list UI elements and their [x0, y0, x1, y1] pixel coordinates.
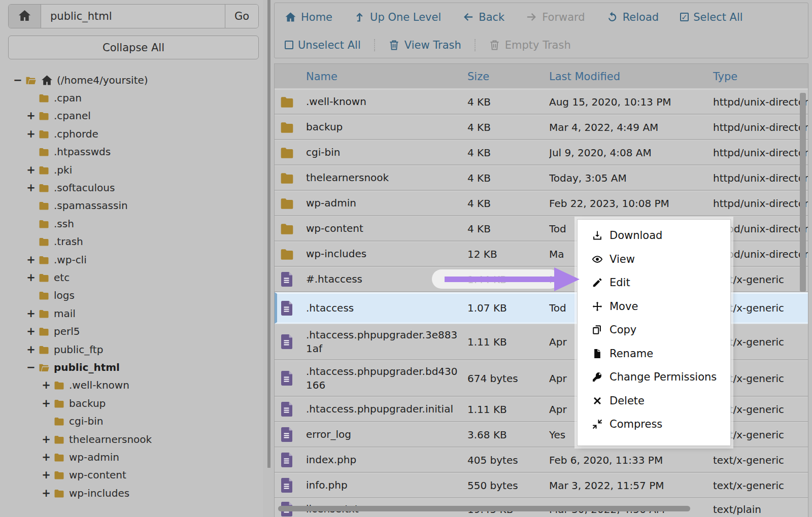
tree-item-.softaculous[interactable]: +.softaculous — [0, 179, 263, 196]
view-trash-button[interactable]: View Trash — [374, 39, 461, 51]
expand-icon[interactable]: + — [25, 254, 37, 266]
checkbox-checked-icon: ✓ — [680, 13, 689, 21]
home-button[interactable]: Home — [285, 11, 332, 23]
unselect-all-button[interactable]: Unselect All — [285, 39, 361, 51]
table-row-cgi-bin[interactable]: cgi-bin4 KBJul 9, 2020, 4:08 AMhttpd/uni… — [275, 140, 808, 165]
reload-button[interactable]: Reload — [606, 11, 659, 23]
folder-icon — [38, 236, 50, 247]
expand-icon[interactable]: + — [25, 307, 37, 320]
context-menu-item-copy[interactable]: Copy — [578, 318, 730, 342]
table-row-backup[interactable]: backup4 KBMar 4, 2022, 4:49 AMhttpd/unix… — [275, 115, 808, 140]
table-row-wp-admin[interactable]: wp-admin4 KBFeb 22, 2023, 10:08 PMhttpd/… — [275, 191, 808, 216]
context-menu-item-label: Rename — [610, 348, 653, 360]
expand-icon[interactable]: + — [41, 469, 52, 481]
tree-item-label: mail — [54, 307, 76, 320]
tree-item-wp-admin[interactable]: +wp-admin — [0, 448, 263, 466]
context-menu-item-delete[interactable]: Delete — [578, 389, 730, 413]
trash-icon — [489, 39, 500, 51]
expand-icon[interactable]: + — [41, 397, 52, 409]
tree-item-.cphorde[interactable]: +.cphorde — [0, 125, 263, 143]
file-icon — [280, 448, 298, 472]
tree-item-backup[interactable]: +backup — [0, 394, 263, 412]
context-menu-item-move[interactable]: Move — [578, 295, 730, 319]
up-one-level-button[interactable]: Up One Level — [354, 11, 441, 23]
tree-item-.htpasswds[interactable]: .htpasswds — [0, 143, 263, 161]
expand-icon[interactable]: + — [41, 433, 52, 445]
go-button[interactable]: Go — [225, 5, 258, 28]
tree-item-.trash[interactable]: .trash — [0, 233, 263, 251]
checkbox-empty-icon — [285, 41, 293, 49]
context-menu-item-change-permissions[interactable]: Change Permissions — [578, 365, 730, 389]
column-header-name[interactable]: Name — [306, 64, 337, 89]
tree-item-cgi-bin[interactable]: cgi-bin — [0, 412, 263, 430]
context-menu-item-label: Copy — [610, 324, 636, 336]
expand-icon[interactable]: + — [25, 164, 37, 176]
tree-item-root[interactable]: −(/home4/yoursite) — [0, 71, 263, 89]
up-one-level-icon — [354, 11, 365, 23]
tree-item-public_ftp[interactable]: +public_ftp — [0, 340, 263, 358]
file-size: 1.07 KB — [467, 294, 544, 322]
tree-item-.cpanel[interactable]: +.cpanel — [0, 107, 263, 125]
back-arrow-icon — [462, 11, 474, 23]
tree-item-wp-content[interactable]: +wp-content — [0, 466, 263, 484]
context-menu-item-edit[interactable]: Edit — [578, 271, 730, 295]
expand-icon[interactable]: + — [41, 379, 52, 391]
tree-item-label: .trash — [54, 235, 83, 248]
home-button[interactable] — [9, 5, 41, 28]
open-folder-icon — [24, 75, 37, 86]
context-menu-item-view[interactable]: View — [578, 248, 730, 271]
folder-icon — [280, 217, 298, 240]
tree-item-label: cgi-bin — [69, 415, 103, 427]
table-row-.well-known[interactable]: .well-known4 KBAug 15, 2020, 10:13 PMhtt… — [275, 89, 808, 115]
back-button[interactable]: Back — [462, 11, 504, 23]
select-all-button[interactable]: ✓Select All — [680, 11, 743, 23]
context-menu-item-download[interactable]: Download — [578, 224, 730, 248]
sidebar-scrollbar[interactable] — [267, 0, 270, 468]
tree-item-label: wp-admin — [69, 451, 119, 463]
tree-item-label: .ssh — [54, 218, 74, 230]
column-header-size[interactable]: Size — [467, 64, 489, 89]
tree-item-etc[interactable]: +etc — [0, 268, 263, 286]
file-type: text/plain — [713, 499, 808, 517]
file-size: 4 KB — [467, 191, 544, 215]
expand-icon[interactable]: + — [41, 487, 52, 499]
tree-item-label: wp-content — [69, 469, 126, 481]
file-size: 405 bytes — [467, 448, 544, 472]
column-header-modified[interactable]: Last Modified — [549, 64, 620, 89]
context-menu-item-label: Delete — [610, 395, 645, 407]
tree-item-mail[interactable]: +mail — [0, 304, 263, 322]
column-header-type[interactable]: Type — [713, 64, 737, 89]
collapse-icon[interactable]: − — [25, 361, 37, 373]
context-menu-item-rename[interactable]: Rename — [578, 342, 730, 366]
table-row-thelearnersnook[interactable]: thelearnersnook4 KBToday, 3:05 AMhttpd/u… — [275, 165, 808, 191]
collapse-all-button[interactable]: Collapse All — [8, 36, 259, 59]
tree-item-.cpan[interactable]: .cpan — [0, 89, 263, 107]
expand-icon[interactable]: + — [25, 110, 37, 122]
expand-icon[interactable]: + — [41, 451, 52, 463]
tree-item-.well-known[interactable]: +.well-known — [0, 376, 263, 394]
file-icon — [280, 473, 298, 497]
expand-icon[interactable]: + — [25, 182, 37, 194]
tree-item-.pki[interactable]: +.pki — [0, 161, 263, 179]
tree-item-perl5[interactable]: +perl5 — [0, 322, 263, 340]
table-vertical-scrollbar[interactable] — [800, 93, 806, 292]
expand-icon[interactable]: + — [25, 271, 37, 284]
expand-icon[interactable]: + — [25, 343, 37, 356]
table-row-index.php[interactable]: index.php405 bytesFeb 6, 2020, 11:33 PMt… — [275, 447, 808, 473]
table-header: NameSizeLast ModifiedType — [275, 64, 808, 89]
table-horizontal-scrollbar[interactable] — [278, 506, 690, 511]
expand-icon[interactable]: + — [25, 325, 37, 337]
tree-item-thelearnersnook[interactable]: +thelearnersnook — [0, 430, 263, 448]
tree-item-.spamassassin[interactable]: .spamassassin — [0, 197, 263, 215]
tree-item-logs[interactable]: logs — [0, 287, 263, 304]
collapse-icon[interactable]: − — [12, 74, 23, 86]
path-input[interactable] — [41, 5, 225, 28]
table-row-info.php[interactable]: info.php550 bytesMar 3, 2022, 11:57 PMte… — [275, 473, 808, 498]
tree-item-public_html[interactable]: −public_html — [0, 358, 263, 376]
expand-icon[interactable]: + — [25, 128, 37, 140]
tree-item-.ssh[interactable]: .ssh — [0, 215, 263, 232]
toolbar: HomeUp One LevelBackForwardReload✓Select… — [274, 3, 808, 58]
tree-item-wp-includes[interactable]: +wp-includes — [0, 484, 263, 502]
tree-item-.wp-cli[interactable]: +.wp-cli — [0, 251, 263, 268]
context-menu-item-compress[interactable]: Compress — [578, 412, 730, 436]
